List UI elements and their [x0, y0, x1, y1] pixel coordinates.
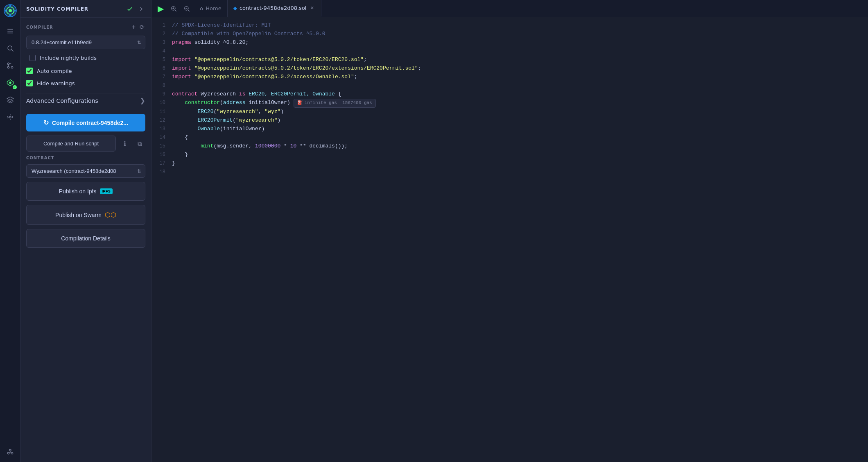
line-number: 4 [151, 47, 172, 55]
line-number: 8 [151, 82, 172, 90]
svg-point-21 [11, 452, 13, 454]
line-number: 14 [151, 134, 172, 142]
tab-contract[interactable]: ◆ contract-9458de2d08.sol ✕ [228, 0, 322, 17]
copy-icon[interactable]: ⧉ [134, 138, 145, 149]
code-line-2: 2// Compatible with OpenZeppelin Contrac… [151, 30, 868, 38]
code-line-18: 18 [151, 168, 868, 177]
line-number: 2 [151, 30, 172, 38]
compiler-version-select[interactable]: 0.8.24+commit.e11b9ed9 [26, 36, 145, 49]
compile-button-label: Compile contract-9458de2... [52, 120, 128, 126]
line-content: Ownable(initialOwner) [172, 125, 868, 134]
panel-header: SOLIDITY COMPILER [20, 0, 151, 18]
gas-hint: ⛽infinite gas 1567400 gas [294, 99, 376, 108]
code-line-1: 1// SPDX-License-Identifier: MIT [151, 21, 868, 30]
line-content: } [172, 151, 868, 159]
arrow-right-icon[interactable] [137, 5, 145, 13]
nightly-builds-row: Include nightly builds [26, 53, 145, 63]
advanced-config-section[interactable]: Advanced Configurations ❯ [26, 93, 145, 108]
line-number: 17 [151, 159, 172, 168]
line-content: import "@openzeppelin/contracts@5.0.2/ac… [172, 73, 868, 82]
contract-section-label: CONTRACT [26, 156, 145, 160]
tab-close-button[interactable]: ✕ [309, 5, 315, 11]
hide-warnings-checkbox[interactable] [26, 80, 33, 86]
line-number: 18 [151, 168, 172, 176]
code-line-16: 16 } [151, 151, 868, 159]
add-compiler-button[interactable]: + [131, 23, 136, 32]
activity-plugins[interactable] [3, 444, 18, 459]
code-line-6: 6import "@openzeppelin/contracts@5.0.2/t… [151, 64, 868, 73]
line-content: constructor(address initialOwner)⛽infini… [172, 99, 868, 108]
tab-home-label: Home [206, 5, 221, 11]
tab-contract-label: contract-9458de2d08.sol [240, 5, 307, 11]
line-content: { [172, 134, 868, 142]
zoom-in-button[interactable] [168, 3, 179, 14]
line-number: 12 [151, 116, 172, 125]
top-bar: ▶ ⌂ Home ◆ contract-9458de2d08.sol ✕ [151, 0, 868, 17]
activity-compiler[interactable]: ✓ [3, 75, 18, 90]
refresh-compiler-button[interactable]: ⟳ [139, 23, 145, 32]
zoom-out-button[interactable] [181, 3, 192, 14]
svg-point-15 [9, 82, 11, 84]
line-number: 3 [151, 38, 172, 47]
advanced-config-label: Advanced Configurations [26, 97, 98, 104]
line-content: contract Wyzresearch is ERC20, ERC20Perm… [172, 90, 868, 99]
line-content: pragma solidity ^0.8.20; [172, 38, 868, 47]
tab-bar: ⌂ Home ◆ contract-9458de2d08.sol ✕ [194, 0, 865, 17]
activity-deploy[interactable] [3, 93, 18, 107]
home-icon: ⌂ [200, 5, 203, 11]
svg-point-4 [9, 14, 11, 16]
run-button[interactable]: ▶ [155, 3, 166, 14]
nightly-checkbox[interactable] [29, 55, 36, 61]
sidebar-panel: SOLIDITY COMPILER COMPILER + [20, 0, 151, 462]
contract-select[interactable]: Wyzresearch (contract-9458de2d08 [26, 164, 145, 178]
code-line-7: 7import "@openzeppelin/contracts@5.0.2/a… [151, 73, 868, 82]
svg-point-5 [5, 10, 7, 12]
ipfs-badge: IPFS [100, 188, 113, 194]
code-editor[interactable]: 1// SPDX-License-Identifier: MIT2// Comp… [151, 17, 868, 462]
line-number: 11 [151, 108, 172, 116]
auto-compile-checkbox[interactable] [26, 68, 33, 74]
compile-button[interactable]: ↻ Compile contract-9458de2... [26, 114, 145, 131]
line-number: 6 [151, 64, 172, 72]
compile-refresh-icon: ↻ [43, 119, 49, 127]
contract-select-wrapper: Wyzresearch (contract-9458de2d08 [26, 164, 145, 178]
activity-git[interactable] [3, 58, 18, 73]
code-line-4: 4 [151, 47, 868, 56]
nightly-label: Include nightly builds [40, 55, 97, 61]
svg-line-23 [9, 452, 11, 453]
svg-point-9 [11, 66, 13, 68]
line-number: 1 [151, 21, 172, 29]
check-icon[interactable] [126, 5, 134, 13]
activity-files[interactable] [3, 24, 18, 38]
code-line-14: 14 { [151, 134, 868, 142]
activity-search[interactable] [3, 41, 18, 56]
tab-home[interactable]: ⌂ Home [194, 0, 228, 17]
compilation-details-label: Compilation Details [61, 235, 111, 242]
publish-ipfs-button[interactable]: Publish on Ipfs IPFS [26, 182, 145, 201]
auto-compile-label: Auto compile [37, 68, 72, 74]
hide-warnings-row: Hide warnings [26, 79, 145, 87]
svg-point-10 [7, 63, 9, 65]
info-icon[interactable]: ℹ [119, 138, 131, 149]
svg-point-2 [9, 9, 12, 12]
svg-point-3 [9, 5, 11, 7]
svg-point-19 [9, 449, 11, 451]
compilation-details-button[interactable]: Compilation Details [26, 229, 145, 248]
line-content: } [172, 159, 868, 168]
code-line-15: 15 _mint(msg.sender, 10000000 * 10 ** de… [151, 142, 868, 151]
logo-icon[interactable] [3, 3, 18, 18]
code-line-9: 9contract Wyzresearch is ERC20, ERC20Per… [151, 90, 868, 99]
activity-debug[interactable] [3, 110, 18, 125]
svg-point-6 [14, 10, 16, 12]
panel-content: COMPILER + ⟳ 0.8.24+commit.e11b9ed9 Incl… [20, 18, 151, 253]
compile-run-button[interactable]: Compile and Run script [26, 136, 116, 152]
line-content: // Compatible with OpenZeppelin Contract… [172, 30, 868, 38]
line-content: import "@openzeppelin/contracts@5.0.2/to… [172, 56, 868, 64]
code-line-11: 11 ERC20("wyzresearch", "wyz") [151, 108, 868, 116]
hide-warnings-label: Hide warnings [37, 80, 75, 86]
publish-swarm-button[interactable]: Publish on Swarm ⬡⬡ [26, 205, 145, 225]
publish-swarm-label: Publish on Swarm [55, 212, 102, 218]
code-line-5: 5import "@openzeppelin/contracts@5.0.2/t… [151, 56, 868, 64]
line-content: ERC20Permit("wyzresearch") [172, 116, 868, 125]
svg-point-7 [8, 46, 12, 50]
